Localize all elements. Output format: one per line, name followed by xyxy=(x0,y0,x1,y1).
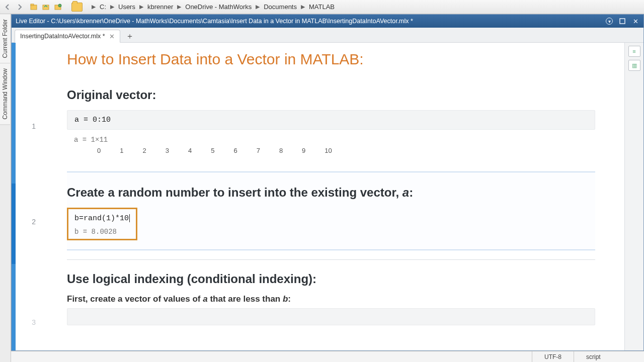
breadcrumb-item[interactable]: Documents xyxy=(263,2,298,12)
out-val: 9 xyxy=(302,147,305,154)
out-val: 3 xyxy=(166,147,169,154)
output-toggle-strip: ≡ ▥ xyxy=(624,43,643,350)
subtext-var: a xyxy=(203,294,207,304)
output-inline-icon[interactable]: ≡ xyxy=(628,46,640,57)
command-window-tab[interactable]: Command Window xyxy=(0,63,10,125)
out-val: 1 xyxy=(120,147,123,154)
line-number: 1 xyxy=(12,122,41,130)
file-tab-strip: InsertingDataIntoAVector.mlx * ✕ ＋ xyxy=(12,28,643,43)
shortcut-icon[interactable] xyxy=(29,3,39,12)
status-bar: UTF-8 script xyxy=(11,351,644,362)
status-encoding[interactable]: UTF-8 xyxy=(532,351,574,362)
chevron-right-icon: ▶ xyxy=(137,4,145,10)
subtext-part: First, create a vector of values of xyxy=(67,294,203,304)
editor-title-text: Live Editor - C:\Users\kbrenner\OneDrive… xyxy=(16,18,605,25)
code-block-1[interactable]: a = 0:10 xyxy=(67,110,595,130)
toolbar-shortcut-icons xyxy=(29,3,63,12)
line-number: 3 xyxy=(12,318,41,326)
file-tab-active[interactable]: InsertingDataIntoAVector.mlx * ✕ xyxy=(15,30,120,43)
svg-rect-5 xyxy=(620,19,625,24)
output-2: b = 8.0028 xyxy=(74,224,130,236)
output-header-1: a = 1×11 xyxy=(67,133,595,145)
dock-menu-button[interactable]: ▾ xyxy=(605,17,613,25)
chevron-right-icon: ▶ xyxy=(90,4,98,10)
tab-close-icon[interactable]: ✕ xyxy=(109,33,115,40)
file-tab-label: InsertingDataIntoAVector.mlx * xyxy=(20,33,105,40)
status-mode[interactable]: script xyxy=(574,351,644,362)
breadcrumb-item[interactable]: OneDrive - MathWorks xyxy=(184,2,253,12)
out-val: 10 xyxy=(325,147,332,154)
highlighted-code-region: b=rand(1)*10 b = 8.0028 xyxy=(67,208,137,240)
section-heading-random: Create a random number to insert into th… xyxy=(67,186,595,200)
current-folder-tab[interactable]: Current Folder xyxy=(0,14,10,63)
shortcut-icon[interactable] xyxy=(41,3,51,12)
heading-text: : xyxy=(409,186,413,199)
editor-titlebar[interactable]: Live Editor - C:\Users\kbrenner\OneDrive… xyxy=(12,15,643,28)
out-val: 2 xyxy=(142,147,146,154)
page-title: How to Insert Data into a Vector in MATL… xyxy=(67,51,595,68)
breadcrumb-item[interactable]: C: xyxy=(99,2,107,12)
address-bar: ▶ C: ▶ Users ▶ kbrenner ▶ OneDrive - Mat… xyxy=(0,0,644,14)
output-right-icon[interactable]: ▥ xyxy=(628,60,640,71)
nav-forward-button[interactable] xyxy=(15,3,24,12)
editor-gutter: 1 2 3 xyxy=(12,43,42,350)
chevron-right-icon: ▶ xyxy=(254,4,262,10)
out-val: 6 xyxy=(233,147,237,154)
out-val: 4 xyxy=(188,147,192,154)
hide-code-icon[interactable] xyxy=(628,74,640,85)
out-val: 7 xyxy=(257,147,260,154)
current-folder-icon[interactable] xyxy=(71,3,83,12)
live-editor-window: Live Editor - C:\Users\kbrenner\OneDrive… xyxy=(11,14,644,351)
chevron-right-icon: ▶ xyxy=(175,4,183,10)
code-block-3[interactable] xyxy=(67,308,595,325)
heading-text: Create a random number to insert into th… xyxy=(67,186,403,199)
document-area[interactable]: How to Insert Data into a Vector in MATL… xyxy=(42,43,623,350)
breadcrumb: ▶ C: ▶ Users ▶ kbrenner ▶ OneDrive - Mat… xyxy=(90,2,336,12)
code-block-2[interactable]: b=rand(1)*10 xyxy=(74,213,130,224)
breadcrumb-item[interactable]: Users xyxy=(117,2,136,12)
breadcrumb-item[interactable]: MATLAB xyxy=(308,2,336,12)
section-indicator xyxy=(12,264,16,350)
close-button[interactable]: ✕ xyxy=(631,17,639,25)
chevron-right-icon: ▶ xyxy=(108,4,116,10)
section-heading-original: Original vector: xyxy=(67,88,595,102)
output-values-1: 0 1 2 3 4 5 6 7 8 9 10 xyxy=(67,145,595,154)
breadcrumb-item[interactable]: kbrenner xyxy=(146,2,174,12)
subtext-part: that are less than xyxy=(208,294,283,304)
chevron-right-icon: ▶ xyxy=(299,4,307,10)
heading-var: a xyxy=(403,186,409,199)
shortcut-icon[interactable] xyxy=(53,3,63,12)
nav-back-button[interactable] xyxy=(3,3,12,12)
left-dock-tabs: Current Folder Command Window xyxy=(0,14,11,362)
subtext-var: b xyxy=(283,294,288,304)
svg-rect-1 xyxy=(31,4,34,6)
section-heading-logical: Use logical indexing (conditional indexi… xyxy=(67,272,595,286)
line-number: 2 xyxy=(12,218,41,226)
out-val: 0 xyxy=(97,147,101,154)
out-val: 8 xyxy=(279,147,283,154)
maximize-button[interactable] xyxy=(618,17,626,25)
out-val: 5 xyxy=(211,147,214,154)
svg-point-4 xyxy=(58,4,61,7)
subtext-part: : xyxy=(288,294,291,304)
editor-body: 1 2 3 ≡ ▥ How to Insert Data into a Vect… xyxy=(12,43,643,350)
new-tab-button[interactable]: ＋ xyxy=(123,30,136,42)
section-subtext: First, create a vector of values of a th… xyxy=(67,294,595,304)
